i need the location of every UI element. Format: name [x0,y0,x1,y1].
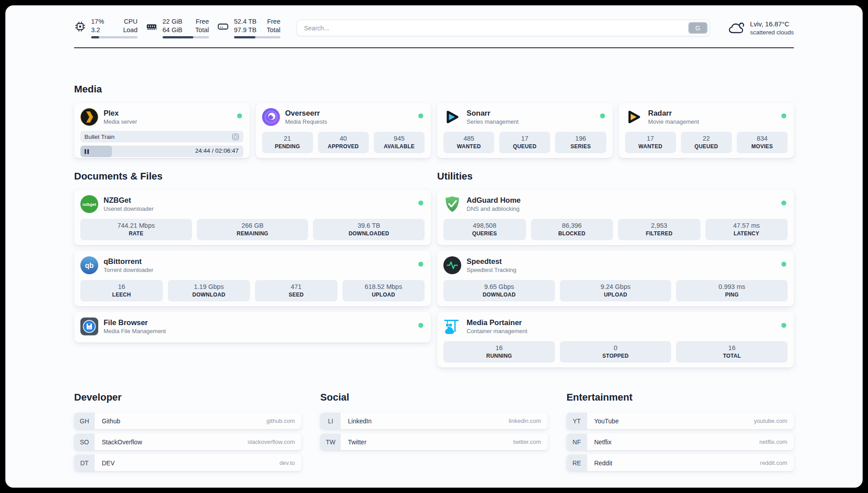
bookmark-reddit[interactable]: RE Reddit reddit.com [567,455,794,471]
section-title-entertainment: Entertainment [567,391,794,403]
bookmark-abbr: SO [74,434,95,450]
stat-downloaded: 39.6 TBDOWNLOADED [313,219,425,240]
status-dot [781,262,786,267]
weather-widget: Lviv, 16.87°C scattered clouds [728,20,794,37]
app-title: Overseerr [285,109,327,118]
sonarr-card[interactable]: Sonarr Series management 485WANTED 17QUE… [437,103,613,158]
disk-free-label: Free [267,17,280,26]
stat-download: 9.65 GbpsDOWNLOAD [443,280,555,301]
bookmark-linkedin[interactable]: LI LinkedIn linkedin.com [320,413,547,429]
stat-queued: 17QUEUED [499,132,550,153]
filebrowser-card[interactable]: File Browser Media File Management [74,312,431,343]
cpu-progressbar [91,36,138,38]
bookmark-netflix[interactable]: NF Netflix netflix.com [567,434,794,450]
sonarr-icon [443,108,461,126]
bookmark-abbr: RE [567,455,587,471]
search-bar: G [296,20,710,36]
utilities-column: Utilities [437,170,794,368]
top-bar: 17% 3.2 CPU Load [74,5,794,38]
disk-total-label: Total [267,26,280,34]
bookmark-stackoverflow[interactable]: SO StackOverflow stackoverflow.com [74,434,301,450]
speedtest-icon [443,256,461,274]
memory-free-value: 22 GiB [163,17,182,26]
stat-upload: 9.24 GbpsUPLOAD [560,280,672,301]
stat-download: 1.19 GbpsDOWNLOAD [168,280,250,301]
app-subtitle: Speedtest Tracking [467,266,516,274]
radarr-card[interactable]: Radarr Movie management 17WANTED 22QUEUE… [619,103,794,158]
stat-seed: 471SEED [255,280,338,301]
stat-running: 16RUNNING [443,341,555,363]
app-subtitle: Series management [467,118,518,125]
nzbget-card[interactable]: nzbget NZBGet Usenet downloader 744.21 M… [74,190,431,245]
stat-queued: 22QUEUED [681,132,732,153]
status-dot [237,113,242,118]
bookmark-url: linkedin.com [509,418,541,424]
topbar-divider [74,47,794,48]
portainer-card[interactable]: Media Portainer Container management 16R… [437,312,794,368]
stat-available: 945AVAILABLE [374,132,425,153]
dashboard-page: 17% 3.2 CPU Load [5,5,863,488]
overseerr-card[interactable]: Overseerr Media Requests 21PENDING 40APP… [256,103,431,158]
bookmark-youtube[interactable]: YT YouTube youtube.com [567,413,794,429]
adguard-icon [443,195,461,213]
bookmark-github[interactable]: GH Github github.com [74,413,301,429]
bookmark-url: github.com [267,418,295,424]
weather-location-temp: Lviv, 16.87°C [750,20,794,29]
session-target-icon[interactable] [232,133,239,141]
app-subtitle: DNS and adblocking [467,205,521,213]
stat-wanted: 17WANTED [625,132,676,153]
app-subtitle: Media server [104,118,137,125]
portainer-icon [443,318,461,335]
playback-time: 24:44 / 02:06:47 [195,147,239,154]
memory-progressbar [163,36,209,38]
app-subtitle: Usenet downloader [104,205,154,213]
search-input[interactable] [296,20,710,36]
disk-progressbar [234,36,280,38]
stat-leech: 16LEECH [80,280,163,301]
bookmarks-entertainment: Entertainment YT YouTube youtube.com NF … [567,391,794,471]
bookmark-abbr: DT [74,455,95,471]
status-dot [781,113,786,118]
bookmark-dev[interactable]: DT DEV dev.to [74,455,301,471]
status-dot [418,323,423,328]
memory-total-value: 64 GiB [163,26,182,34]
app-subtitle: Container management [467,327,527,335]
plex-icon [80,108,98,126]
app-title: Sonarr [467,109,518,118]
app-subtitle: Media Requests [285,118,327,125]
bookmark-abbr: YT [567,413,587,429]
disk-total-value: 97.9 TB [234,26,257,34]
cpu-load-value: 3.2 [91,26,100,34]
adguard-card[interactable]: AdGuard Home DNS and adblocking 498,508Q… [437,190,794,245]
now-playing-row: Bullet Train [80,131,243,142]
svg-text:qb: qb [85,262,94,269]
stat-rate: 744.21 MbpsRATE [80,219,192,240]
bookmark-abbr: NF [567,434,587,450]
stat-upload: 618.52 MbpsUPLOAD [342,280,425,301]
google-search-button[interactable]: G [688,22,708,34]
pause-icon[interactable] [84,149,90,154]
app-title: Speedtest [467,257,516,266]
status-dot [418,201,423,205]
bookmarks-developer: Developer GH Github github.com SO StackO… [74,391,301,471]
plex-card[interactable]: Plex Media server Bullet Train [74,103,250,158]
app-title: qBittorrent [104,257,153,266]
disk-icon [217,21,229,33]
qbittorrent-card[interactable]: qb qBittorrent Torrent downloader 16LEEC… [74,251,431,306]
speedtest-card[interactable]: Speedtest Speedtest Tracking 9.65 GbpsDO… [437,251,794,306]
status-dot [418,262,423,267]
bookmark-url: reddit.com [760,460,787,466]
bookmark-twitter[interactable]: TW Twitter twitter.com [320,434,547,450]
bookmark-url: netflix.com [760,439,787,445]
stat-series: 196SERIES [555,132,606,153]
qbittorrent-icon: qb [80,256,98,274]
stat-ping: 0.993 msPING [676,280,788,301]
cpu-load-label: Load [123,26,138,34]
bookmark-name: YouTube [594,418,619,425]
ram-icon [146,21,158,33]
stat-approved: 40APPROVED [318,132,369,153]
section-title-social: Social [320,391,547,403]
status-dot [781,323,786,328]
bookmark-name: Reddit [594,460,612,467]
stat-total: 16TOTAL [676,341,788,363]
